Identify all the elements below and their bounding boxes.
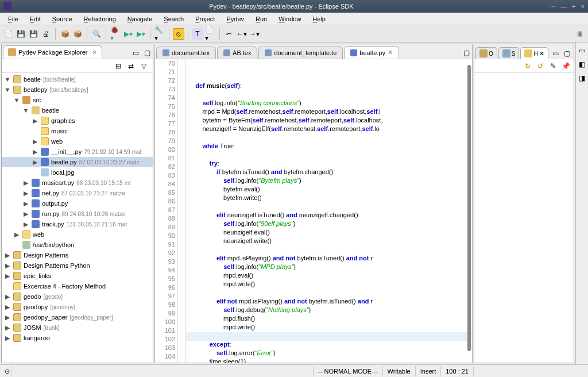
tree-item[interactable]: ▶geodo[geodo] bbox=[2, 291, 153, 302]
editor-tab[interactable]: AB.tex bbox=[217, 47, 257, 59]
right-body bbox=[474, 73, 574, 363]
menu-help[interactable]: Help bbox=[307, 14, 331, 24]
minimize-button[interactable]: — bbox=[560, 3, 567, 10]
print-button[interactable]: 🖨 bbox=[40, 28, 52, 40]
save-all-button[interactable]: 💾 bbox=[28, 28, 39, 40]
tree-item[interactable]: ▼beatle bbox=[2, 105, 153, 116]
editor-tab-row: document.texAB.texdocument_template.tebe… bbox=[155, 44, 472, 59]
tree-item[interactable]: ▶run.py89 24.03.10 10:26 matze bbox=[2, 209, 153, 219]
tex-preview-button[interactable]: 📄▾ bbox=[204, 28, 216, 40]
trim-item-1[interactable]: ◧ bbox=[577, 59, 588, 70]
close-button[interactable]: × bbox=[581, 3, 585, 10]
menu-pydev[interactable]: Pydev bbox=[220, 14, 250, 24]
menu-search[interactable]: Search bbox=[158, 14, 189, 24]
close-icon[interactable]: ✕ bbox=[92, 49, 97, 56]
tree-item[interactable]: ▶kangaroo bbox=[2, 333, 153, 343]
status-writable: Writable bbox=[382, 366, 415, 376]
project-tree[interactable]: ▼beatle[tools/beatle]▼beatlepy[tools/bea… bbox=[2, 73, 153, 363]
right-tab-h[interactable]: H ✕ bbox=[520, 47, 548, 59]
pin-button[interactable]: 📌 bbox=[560, 60, 571, 72]
maximize-button[interactable]: + bbox=[572, 3, 575, 10]
tree-item[interactable]: ▶Design Patterns bbox=[2, 250, 153, 260]
menu-project[interactable]: Project bbox=[189, 14, 220, 24]
tree-item[interactable]: ▶net.py87 02.03.10 23:27 matze bbox=[2, 188, 153, 198]
link-editor-button[interactable]: ⇄ bbox=[125, 60, 137, 72]
tree-item[interactable]: Excercise 4 - Factory Method bbox=[2, 281, 153, 291]
tex-button[interactable]: T bbox=[192, 28, 203, 40]
explorer-tab-label: Pydev Package Explorer bbox=[18, 49, 87, 56]
tree-item[interactable]: ▶Design Patterns Python bbox=[2, 260, 153, 271]
tree-item[interactable]: music bbox=[2, 126, 153, 136]
search-button[interactable]: 🔍 bbox=[91, 28, 102, 40]
menu-window[interactable]: Window bbox=[273, 14, 307, 24]
last-edit-button[interactable]: ⤺ bbox=[223, 28, 235, 40]
maximize-right-button[interactable]: ▢ bbox=[562, 48, 572, 59]
tree-item[interactable]: ▼src bbox=[2, 95, 153, 105]
menubar: FileEditSourceRefactoringNavigateSearchP… bbox=[0, 13, 588, 25]
close-icon[interactable]: ✕ bbox=[388, 49, 393, 56]
tree-item[interactable]: /usr/bin/python bbox=[2, 240, 153, 250]
back-button[interactable]: ←▾ bbox=[236, 28, 247, 40]
tree-item[interactable]: ▶web bbox=[2, 229, 153, 240]
minimize-view-button[interactable]: ▭ bbox=[130, 47, 141, 59]
right-tab-o[interactable]: O bbox=[475, 47, 497, 59]
perspective-button[interactable]: ⊞ bbox=[574, 28, 586, 40]
save-button[interactable]: 💾 bbox=[15, 28, 26, 40]
close-icon[interactable]: ✕ bbox=[539, 50, 544, 57]
tree-item[interactable]: ▶graphics bbox=[2, 116, 153, 126]
status-item: ⊙ bbox=[0, 366, 11, 376]
external-tools-button[interactable]: 🔧▾ bbox=[154, 28, 165, 40]
tree-item[interactable]: ▶geodopy[geodopy] bbox=[2, 302, 153, 312]
tree-item[interactable]: ▶__init__.py79 21.02.10 14:59 mat bbox=[2, 147, 153, 157]
forward-button[interactable]: →▾ bbox=[249, 28, 260, 40]
refresh-button[interactable]: ↺ bbox=[535, 60, 546, 72]
view-menu-button[interactable]: ▽ bbox=[138, 60, 149, 72]
tree-item[interactable]: ▶beatle.py87 02.03.10 23:27 matz bbox=[2, 157, 153, 167]
tree-item[interactable]: ▶epic_links bbox=[2, 271, 153, 281]
new-button[interactable]: 📄 bbox=[2, 28, 14, 40]
menu-edit[interactable]: Edit bbox=[24, 14, 47, 24]
code-editor[interactable]: 7071727374757677787980818283848586878889… bbox=[155, 59, 472, 363]
restore-button[interactable]: ▭ bbox=[577, 45, 588, 56]
debug-button[interactable]: 🐞▾ bbox=[110, 28, 121, 40]
eclipse-icon bbox=[3, 2, 11, 10]
minimize-right-button[interactable]: ▭ bbox=[551, 48, 561, 59]
window-title: Pydev - beatlepy/src/beatle/beatle.py - … bbox=[16, 3, 547, 10]
maximize-view-button[interactable]: ▢ bbox=[141, 47, 153, 59]
editor-tab[interactable]: document_template.te bbox=[258, 47, 343, 59]
new-module-button[interactable]: 📦 bbox=[59, 28, 71, 40]
tree-item[interactable]: ▶geodopy_paper[geodopy_paper] bbox=[2, 312, 153, 322]
run-button[interactable]: ▶▾ bbox=[122, 28, 134, 40]
new-package-button[interactable]: 📦 bbox=[72, 28, 83, 40]
tree-item[interactable]: ▼beatle[tools/beatle] bbox=[2, 74, 153, 84]
iconify-button[interactable]: ··· bbox=[550, 3, 555, 10]
sync-button[interactable]: ↻ bbox=[522, 60, 533, 72]
editor-tab[interactable]: document.tex bbox=[156, 47, 216, 59]
tree-item[interactable]: ▶output.py bbox=[2, 198, 153, 209]
code-area[interactable]: def music(self): self.log.info("Starting… bbox=[186, 59, 472, 363]
right-tab-s[interactable]: S bbox=[498, 47, 520, 59]
skip-breakpoints-button[interactable]: ⦸ bbox=[173, 28, 184, 40]
menu-navigate[interactable]: Navigate bbox=[122, 14, 158, 24]
tree-item[interactable]: ▶track.py131 30.05.10 21:16 mat bbox=[2, 219, 153, 229]
status-insert: Insert bbox=[415, 366, 441, 376]
tree-item[interactable]: ▶JOSM[trunk] bbox=[2, 322, 153, 333]
menu-file[interactable]: File bbox=[2, 14, 24, 24]
vertical-scrollbar[interactable] bbox=[467, 65, 471, 351]
menu-source[interactable]: Source bbox=[47, 14, 78, 24]
home-button[interactable]: ✎ bbox=[547, 60, 559, 72]
menu-run[interactable]: Run bbox=[250, 14, 273, 24]
tree-item[interactable]: ▼beatlepy[tools/beatlepy] bbox=[2, 84, 153, 95]
run-last-button[interactable]: ▶▾ bbox=[135, 28, 146, 40]
trim-item-2[interactable]: ◨ bbox=[577, 72, 588, 84]
menu-refactoring[interactable]: Refactoring bbox=[78, 14, 122, 24]
editor-tab[interactable]: beatle.py✕ bbox=[344, 46, 399, 59]
tree-item[interactable]: ▶musicart.py88 23.03.10 15:15 mt bbox=[2, 178, 153, 188]
maximize-editor-button[interactable]: ▢ bbox=[461, 47, 472, 59]
tree-item[interactable]: ▶web bbox=[2, 136, 153, 147]
explorer-tab[interactable]: Pydev Package Explorer ✕ bbox=[3, 45, 102, 59]
tree-item[interactable]: local.jpg bbox=[2, 167, 153, 178]
folding-margin bbox=[178, 59, 186, 363]
collapse-all-button[interactable]: ⊟ bbox=[113, 60, 124, 72]
package-explorer-view: Pydev Package Explorer ✕ ▭ ▢ ⊟ ⇄ ▽ ▼beat… bbox=[1, 44, 153, 363]
